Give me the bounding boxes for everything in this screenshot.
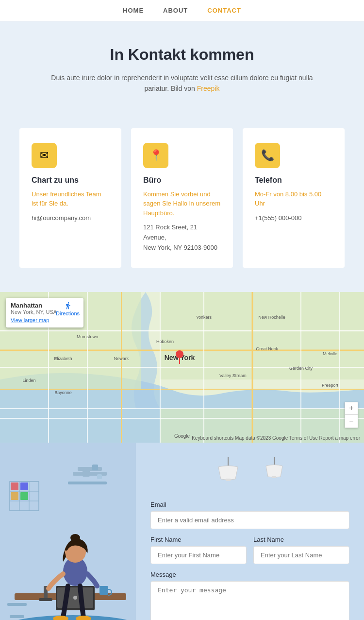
lamp1-icon — [214, 457, 243, 486]
card-office: 📍 Büro Kommen Sie vorbei und sagen Sie H… — [131, 128, 233, 268]
card-phone: 📞 Telefon Mo-Fr von 8.00 bis 5.00 Uhr +1… — [243, 128, 345, 268]
card-chat-detail: hi@ourcompany.com — [32, 213, 109, 224]
map-popup: Manhattan New York, NY, USA View larger … — [6, 298, 83, 327]
svg-text:Elizabeth: Elizabeth — [54, 356, 72, 361]
svg-rect-49 — [83, 469, 90, 477]
svg-rect-45 — [11, 482, 18, 490]
hero-subtitle: Duis aute irure dolor in reprehenderit i… — [39, 72, 325, 94]
svg-text:Yonkers: Yonkers — [196, 315, 212, 320]
svg-text:Melville: Melville — [323, 351, 337, 356]
svg-rect-72 — [226, 479, 231, 481]
svg-rect-55 — [39, 598, 52, 601]
svg-text:New Rochelle: New Rochelle — [258, 315, 285, 320]
nav-home[interactable]: HOME — [123, 7, 144, 14]
chat-icon: ✉ — [32, 143, 57, 168]
svg-text:Hoboken: Hoboken — [156, 339, 174, 344]
phone-icon: 📞 — [255, 143, 280, 168]
svg-text:Bayonne: Bayonne — [54, 390, 72, 395]
nav-contact[interactable]: CONTACT — [207, 7, 241, 14]
card-chat-highlight: Unser freundliches Team ist für Sie da. — [32, 189, 109, 208]
map-section: New York Morristown Wayne Yonkers New Ro… — [0, 292, 364, 443]
map-footer: Keyboard shortcuts Map data ©2023 Google… — [192, 435, 360, 441]
hero-section: In Kontakt kommen Duis aute irure dolor … — [0, 21, 364, 114]
directions-label: Directions — [56, 310, 80, 316]
message-label: Message — [150, 571, 349, 578]
card-office-title: Büro — [143, 176, 221, 185]
contact-illustration — [0, 443, 136, 620]
svg-rect-62 — [99, 586, 108, 595]
svg-text:Linden: Linden — [22, 378, 35, 383]
contact-form-area: Email First Name Last Name Message EINE … — [136, 443, 364, 620]
view-larger-link[interactable]: View larger map — [11, 317, 49, 323]
svg-rect-2 — [160, 292, 364, 379]
svg-point-61 — [73, 596, 77, 600]
svg-text:Valley Stream: Valley Stream — [219, 373, 246, 378]
svg-text:Newark: Newark — [114, 356, 129, 361]
freepik-link[interactable]: Freepik — [197, 85, 220, 92]
first-name-input[interactable] — [150, 546, 247, 564]
card-phone-detail: +1(555) 000-000 — [255, 213, 332, 224]
svg-rect-46 — [20, 482, 28, 490]
email-field-group: Email — [150, 501, 349, 529]
contact-section: Email First Name Last Name Message EINE … — [0, 443, 364, 620]
name-row: First Name Last Name — [150, 536, 349, 564]
card-phone-highlight: Mo-Fr von 8.00 bis 5.00 Uhr — [255, 189, 332, 208]
last-name-label: Last Name — [253, 536, 349, 543]
svg-rect-50 — [92, 465, 98, 470]
first-name-field-group: First Name — [150, 536, 247, 564]
message-input[interactable] — [150, 581, 349, 620]
svg-text:Garden City: Garden City — [289, 366, 313, 371]
email-input[interactable] — [150, 511, 349, 529]
email-label: Email — [150, 501, 349, 508]
last-name-input[interactable] — [253, 546, 349, 564]
svg-point-58 — [70, 534, 80, 542]
navigation: HOME ABOUT CONTACT — [0, 0, 364, 21]
nav-about[interactable]: ABOUT — [163, 7, 188, 14]
svg-text:Great Neck: Great Neck — [256, 346, 278, 351]
lamp2-icon — [262, 457, 286, 486]
location-icon: 📍 — [143, 143, 168, 168]
first-name-label: First Name — [150, 536, 247, 543]
svg-rect-47 — [11, 492, 18, 500]
last-name-field-group: Last Name — [253, 536, 349, 564]
map-zoom-controls: + − — [345, 402, 358, 428]
message-field-group: Message — [150, 571, 349, 620]
card-phone-title: Telefon — [255, 176, 332, 185]
svg-text:Morristown: Morristown — [77, 334, 98, 339]
card-chat-title: Chart zu uns — [32, 176, 109, 185]
svg-rect-70 — [10, 615, 24, 618]
svg-rect-48 — [20, 492, 28, 500]
zoom-out-button[interactable]: − — [345, 415, 358, 428]
svg-point-34 — [176, 350, 183, 358]
card-office-detail: 121 Rock Sreet, 21 Avenue,New York, NY 9… — [143, 223, 221, 253]
card-chat: ✉ Chart zu uns Unser freundliches Team i… — [19, 128, 121, 268]
svg-rect-38 — [78, 467, 102, 471]
svg-text:Google: Google — [174, 433, 190, 439]
svg-text:Freeport: Freeport — [322, 383, 339, 388]
svg-rect-74 — [272, 476, 276, 478]
contact-cards: ✉ Chart zu uns Unser freundliches Team i… — [0, 114, 364, 292]
svg-rect-69 — [7, 603, 27, 606]
svg-rect-51 — [97, 474, 102, 479]
zoom-in-button[interactable]: + — [345, 402, 358, 415]
page-title: In Kontakt kommen — [39, 46, 325, 64]
directions-button[interactable]: Directions — [56, 302, 80, 316]
svg-rect-39 — [68, 482, 107, 484]
card-office-highlight: Kommen Sie vorbei und sagen Sie Hallo in… — [143, 189, 221, 218]
